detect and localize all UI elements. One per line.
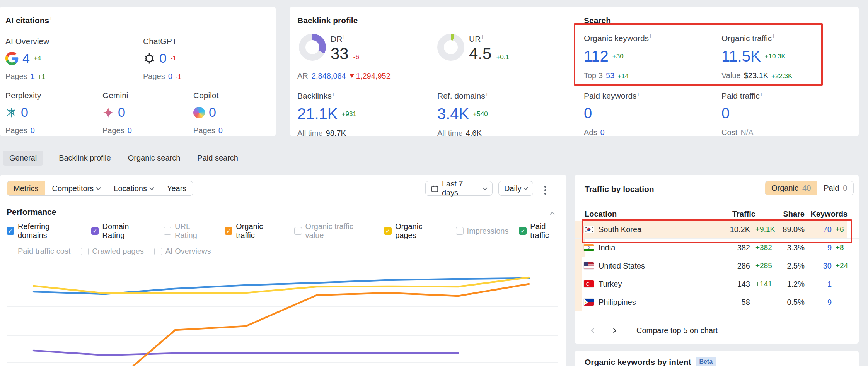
table-row-philippines[interactable]: Philippines 58 0.5% 9 — [575, 293, 859, 311]
checkbox-paid-traffic[interactable]: ✓Paid traffic — [519, 222, 566, 240]
checkbox-paid-traffic-cost[interactable]: Paid traffic cost — [7, 247, 70, 256]
performance-title: Performance — [7, 207, 56, 217]
chevron-down-icon — [483, 185, 488, 190]
backlink-search-panel: Backlink profile DRi 33 -6 AR 2,848,084 … — [290, 7, 859, 136]
info-icon[interactable]: i — [638, 91, 639, 97]
dr-value: 33 — [331, 44, 349, 63]
flag-united-states — [584, 262, 594, 269]
google-icon — [5, 52, 19, 65]
info-icon[interactable]: i — [650, 34, 651, 39]
backlinks-value: 21.1K — [297, 105, 338, 123]
divider — [0, 202, 566, 202]
share-bar — [575, 275, 582, 293]
ai-overview-metric: AI Overview 4 +4 Pages1+1 — [5, 37, 49, 81]
more-options-button[interactable] — [543, 184, 548, 196]
divider — [575, 204, 859, 204]
ur-donut — [437, 34, 464, 61]
ai-overview-value: 4 — [22, 51, 30, 66]
column-location: Location — [585, 210, 617, 219]
info-icon[interactable]: i — [773, 34, 774, 39]
keywords-link[interactable]: 1 — [807, 280, 832, 289]
dr-donut — [299, 34, 326, 61]
checkbox-impressions[interactable]: Impressions — [456, 227, 509, 236]
checkbox-organic-traffic-value[interactable]: Organic traffic value — [294, 222, 374, 240]
info-icon[interactable]: i — [333, 91, 334, 97]
tab-backlink-profile[interactable]: Backlink profile — [57, 151, 113, 166]
locations-dropdown[interactable]: Locations — [107, 181, 160, 195]
checkbox-domain-rating[interactable]: ✓Domain Rating — [91, 222, 153, 240]
table-row-india[interactable]: India 382 +382 3.3% 9 +8 — [575, 239, 859, 257]
previous-page-button[interactable] — [588, 325, 599, 336]
share-bar — [575, 293, 582, 311]
paid-traffic-metric: Paid traffici 0 CostN/A — [721, 91, 762, 137]
general-report-panel: Metrics Competitors Locations Years Last… — [0, 175, 566, 366]
date-range-dropdown[interactable]: Last 7 days — [425, 181, 493, 196]
info-icon[interactable]: i — [482, 34, 483, 40]
ref-domains-value: 3.4K — [437, 105, 469, 123]
next-page-button[interactable] — [608, 325, 619, 336]
keywords-by-intent-title: Organic keywords by intentBeta — [585, 357, 716, 366]
competitors-dropdown[interactable]: Competitors — [45, 181, 107, 195]
metrics-button[interactable]: Metrics — [7, 181, 45, 195]
chevron-left-icon — [591, 328, 596, 333]
column-share: Share — [768, 210, 805, 219]
perplexity-value: 0 — [21, 105, 28, 120]
toggle-paid[interactable]: Paid0 — [817, 181, 853, 195]
flag-south-korea — [584, 226, 594, 233]
beta-badge: Beta — [696, 357, 716, 366]
seo-dashboard: AI citationsi AI Overview 4 +4 Pages1+1 … — [0, 0, 868, 366]
toggle-organic[interactable]: Organic40 — [765, 181, 817, 195]
info-icon[interactable]: i — [343, 34, 344, 40]
chatgpt-delta: -1 — [171, 55, 176, 62]
search-title: Search — [584, 16, 611, 25]
keywords-link[interactable]: 70 — [807, 225, 832, 234]
table-row-united-states[interactable]: United States 286 +285 2.5% 30 +24 — [575, 257, 859, 275]
info-icon[interactable]: i — [486, 91, 488, 97]
ref-domains-metric: Ref. domainsi 3.4K+540 All time4.6K — [437, 91, 488, 138]
checkbox-organic-traffic[interactable]: ✓Organic traffic — [225, 222, 283, 240]
tab-paid-search[interactable]: Paid search — [196, 151, 240, 166]
ur-delta: +0.1 — [496, 53, 509, 61]
ur-label: URi — [469, 34, 483, 44]
copilot-value: 0 — [209, 105, 216, 120]
calendar-icon — [431, 185, 438, 192]
chevron-down-icon — [96, 185, 101, 190]
traffic-by-location-panel: Traffic by location Organic40 Paid0 Loca… — [575, 175, 859, 344]
table-row-south-korea[interactable]: South Korea 10.2K +9.1K 89.0% 70 +6 — [575, 221, 859, 239]
checkbox-crawled-pages[interactable]: Crawled pages — [81, 247, 143, 256]
keywords-link[interactable]: 9 — [807, 298, 832, 307]
chevron-down-icon — [149, 185, 154, 190]
flag-philippines — [584, 299, 594, 306]
chevron-down-icon — [524, 186, 528, 190]
keywords-link[interactable]: 30 — [807, 262, 832, 270]
openai-icon — [143, 52, 155, 65]
performance-chart[interactable] — [0, 255, 566, 366]
section-divider — [575, 15, 575, 128]
years-button[interactable]: Years — [160, 181, 193, 195]
tab-general[interactable]: General — [3, 151, 43, 166]
tab-organic-search[interactable]: Organic search — [126, 151, 182, 166]
gemini-icon — [102, 107, 114, 118]
column-traffic: Traffic — [702, 210, 755, 219]
info-icon[interactable]: i — [50, 16, 51, 21]
chevron-up-icon — [550, 212, 555, 217]
compare-top5-link[interactable]: Compare top 5 on chart — [636, 326, 718, 335]
share-bar — [575, 239, 585, 257]
backlink-profile-title: Backlink profile — [297, 16, 358, 25]
granularity-dropdown[interactable]: Daily — [498, 181, 533, 196]
info-icon[interactable]: i — [761, 91, 762, 97]
keywords-link[interactable]: 9 — [807, 243, 832, 252]
perplexity-metric: Perplexity 0 Pages0 — [5, 91, 41, 135]
report-controls: Metrics Competitors Locations Years — [7, 181, 193, 196]
table-row-turkey[interactable]: Turkey 143 +141 1.2% 1 — [575, 275, 859, 293]
checkbox-ai-overviews[interactable]: AI Overviews — [154, 247, 211, 256]
chatgpt-metric: ChatGPT 0 -1 Pages0-1 — [143, 37, 181, 81]
location-table: South Korea 10.2K +9.1K 89.0% 70 +6 Indi… — [575, 221, 859, 311]
checkbox-referring-domains[interactable]: ✓Referring domains — [7, 222, 81, 240]
ur-value: 4.5 — [469, 44, 491, 63]
checkbox-url-rating[interactable]: URL Rating — [164, 222, 214, 240]
share-bar — [575, 257, 582, 275]
gemini-value: 0 — [118, 105, 125, 120]
collapse-section-button[interactable] — [551, 210, 554, 217]
checkbox-organic-pages[interactable]: ✓Organic pages — [384, 222, 445, 240]
